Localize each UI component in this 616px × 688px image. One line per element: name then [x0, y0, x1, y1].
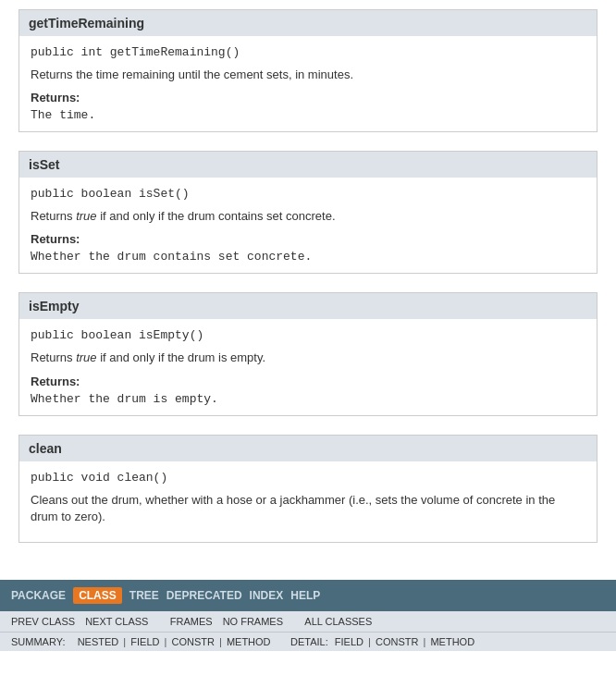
returns-label-isSet: Returns: [31, 232, 585, 246]
method-body-isEmpty: public boolean isEmpty() Returns true if… [19, 319, 597, 414]
footer-summary-row: SUMMARY: NESTED | FIELD | CONSTR | METHO… [0, 632, 616, 651]
method-name-isSet: isSet [29, 157, 59, 172]
footer-nav-help[interactable]: HELP [290, 589, 320, 602]
method-header-getTimeRemaining: getTimeRemaining [19, 10, 597, 36]
returns-value-isSet: Whether the drum contains set concrete. [31, 250, 585, 264]
method-body-isSet: public boolean isSet() Returns true if a… [19, 178, 597, 273]
pipe4: | [219, 636, 225, 647]
footer-space1 [79, 616, 81, 627]
method-signature-isSet: public boolean isSet() [31, 187, 585, 201]
footer-links-row: PREV CLASS NEXT CLASS FRAMES NO FRAMES A… [0, 611, 616, 632]
method-block-isEmpty: isEmpty public boolean isEmpty() Returns… [18, 292, 598, 415]
method-signature-clean: public void clean() [31, 471, 585, 485]
pipe3: | [165, 636, 170, 647]
prev-class-link[interactable]: PREV CLASS [11, 616, 75, 627]
method-signature-isEmpty: public boolean isEmpty() [31, 328, 585, 342]
summary-label: SUMMARY: [11, 636, 65, 647]
detail-label: DETAIL: [290, 636, 328, 647]
all-classes-link[interactable]: ALL CLASSES [304, 616, 372, 627]
method-desc-isSet: Returns true if and only if the drum con… [31, 208, 585, 225]
footer-space4 [287, 616, 301, 627]
returns-value-getTimeRemaining: The time. [31, 108, 585, 122]
footer-nav-class[interactable]: CLASS [73, 587, 122, 604]
detail-field-link[interactable]: FIELD [335, 636, 363, 647]
next-class-link[interactable]: NEXT CLASS [85, 616, 148, 627]
summary-method-link[interactable]: METHOD [227, 636, 271, 647]
returns-label-isEmpty: Returns: [31, 375, 585, 388]
method-desc-isEmpty: Returns true if and only if the drum is … [31, 350, 585, 366]
returns-label-getTimeRemaining: Returns: [31, 91, 585, 104]
summary-field-link[interactable]: FIELD [130, 636, 159, 647]
footer-space3 [216, 616, 219, 627]
detail-separator [274, 636, 288, 647]
method-desc-clean: Cleans out the drum, whether with a hose… [31, 492, 585, 525]
method-name-isEmpty: isEmpty [29, 299, 79, 313]
method-body-clean: public void clean() Cleans out the drum,… [19, 461, 597, 542]
main-content: getTimeRemaining public int getTimeRemai… [0, 0, 616, 580]
method-desc-getTimeRemaining: Returns the time remaining until the cem… [31, 67, 585, 83]
method-header-isSet: isSet [19, 152, 597, 178]
method-body-getTimeRemaining: public int getTimeRemaining() Returns th… [19, 36, 597, 131]
no-frames-link[interactable]: NO FRAMES [223, 616, 283, 627]
detail-constr-link[interactable]: CONSTR [376, 636, 418, 647]
footer-nav-index[interactable]: INDEX [250, 589, 284, 602]
method-header-clean: clean [19, 436, 597, 461]
frames-link[interactable]: FRAMES [170, 616, 213, 627]
footer-nav-deprecated[interactable]: DEPRECATED [166, 589, 242, 602]
method-block-clean: clean public void clean() Cleans out the… [18, 435, 598, 543]
method-signature-getTimeRemaining: public int getTimeRemaining() [31, 45, 585, 59]
pipe7: | [423, 636, 428, 647]
method-name-clean: clean [29, 441, 62, 456]
footer-nav-package[interactable]: PACKAGE [11, 589, 66, 602]
pipe1 [70, 636, 73, 647]
footer-space2 [152, 616, 166, 627]
method-name-getTimeRemaining: getTimeRemaining [29, 16, 144, 31]
pipe6: | [368, 636, 374, 647]
summary-constr-link[interactable]: CONSTR [171, 636, 214, 647]
detail-method-link[interactable]: METHOD [430, 636, 474, 647]
footer-nav: PACKAGE CLASS TREE DEPRECATED INDEX HELP [0, 580, 616, 611]
method-block-isSet: isSet public boolean isSet() Returns tru… [18, 151, 598, 274]
returns-value-isEmpty: Whether the drum is empty. [31, 392, 585, 406]
method-header-isEmpty: isEmpty [19, 293, 597, 319]
method-block-getTimeRemaining: getTimeRemaining public int getTimeRemai… [18, 9, 598, 132]
footer-nav-tree[interactable]: TREE [129, 589, 159, 602]
pipe2: | [123, 636, 129, 647]
summary-nested-link[interactable]: NESTED [78, 636, 119, 647]
